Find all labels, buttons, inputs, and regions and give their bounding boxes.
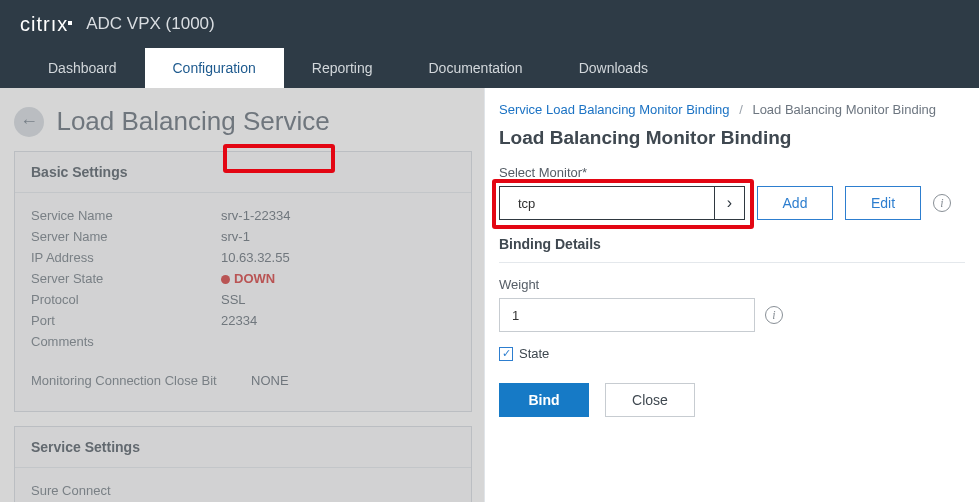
label-mon-close-bit: Monitoring Connection Close Bit bbox=[31, 373, 251, 388]
product-name: ADC VPX (1000) bbox=[86, 14, 215, 34]
value-server-name: srv-1 bbox=[221, 229, 250, 244]
label-ip-address: IP Address bbox=[31, 250, 221, 265]
value-protocol: SSL bbox=[221, 292, 246, 307]
value-port: 22334 bbox=[221, 313, 257, 328]
value-mon-close-bit: NONE bbox=[251, 373, 289, 388]
weight-input[interactable] bbox=[499, 298, 755, 332]
label-server-state: Server State bbox=[31, 271, 221, 286]
main-tabs: Dashboard Configuration Reporting Docume… bbox=[0, 48, 979, 88]
value-service-name: srv-1-22334 bbox=[221, 208, 290, 223]
tab-downloads[interactable]: Downloads bbox=[551, 48, 676, 88]
tab-configuration[interactable]: Configuration bbox=[145, 48, 284, 88]
state-dot-icon bbox=[221, 275, 230, 284]
service-settings-panel: Service Settings Sure Connect bbox=[14, 426, 472, 502]
select-monitor-label: Select Monitor* bbox=[499, 165, 965, 180]
select-monitor-value: tcp bbox=[500, 196, 714, 211]
label-comments: Comments bbox=[31, 334, 221, 349]
bind-button[interactable]: Bind bbox=[499, 383, 589, 417]
basic-settings-panel: Basic Settings Service Namesrv-1-22334 S… bbox=[14, 151, 472, 412]
service-settings-heading: Service Settings bbox=[15, 427, 471, 468]
info-icon[interactable]: i bbox=[933, 194, 951, 212]
label-port: Port bbox=[31, 313, 221, 328]
basic-settings-heading: Basic Settings bbox=[15, 152, 471, 193]
value-server-state: DOWN bbox=[221, 271, 275, 286]
label-protocol: Protocol bbox=[31, 292, 221, 307]
page-title: Load Balancing Service bbox=[56, 106, 329, 137]
back-icon[interactable]: ← bbox=[14, 107, 44, 137]
breadcrumb-sep: / bbox=[739, 102, 743, 117]
chevron-right-icon: › bbox=[714, 187, 744, 219]
edit-button[interactable]: Edit bbox=[845, 186, 921, 220]
side-panel-title: Load Balancing Monitor Binding bbox=[499, 127, 965, 149]
value-ip-address: 10.63.32.55 bbox=[221, 250, 290, 265]
breadcrumb-current: Load Balancing Monitor Binding bbox=[752, 102, 936, 117]
state-label: State bbox=[519, 346, 549, 361]
label-server-name: Server Name bbox=[31, 229, 221, 244]
weight-label: Weight bbox=[499, 277, 965, 292]
tab-dashboard[interactable]: Dashboard bbox=[20, 48, 145, 88]
state-checkbox[interactable]: ✓ bbox=[499, 347, 513, 361]
label-service-name: Service Name bbox=[31, 208, 221, 223]
add-button[interactable]: Add bbox=[757, 186, 833, 220]
info-icon[interactable]: i bbox=[765, 306, 783, 324]
tab-reporting[interactable]: Reporting bbox=[284, 48, 401, 88]
lb-service-page: ← Load Balancing Service Basic Settings … bbox=[0, 88, 484, 502]
breadcrumb-link[interactable]: Service Load Balancing Monitor Binding bbox=[499, 102, 730, 117]
close-button[interactable]: Close bbox=[605, 383, 695, 417]
select-monitor-picker[interactable]: tcp › bbox=[499, 186, 745, 220]
monitor-binding-panel: Service Load Balancing Monitor Binding /… bbox=[484, 88, 979, 502]
breadcrumb: Service Load Balancing Monitor Binding /… bbox=[499, 102, 965, 127]
app-header: citrıx ADC VPX (1000) bbox=[0, 0, 979, 48]
brand-logo: citrıx bbox=[20, 13, 72, 36]
label-sure-connect: Sure Connect bbox=[31, 483, 221, 498]
binding-details-heading: Binding Details bbox=[499, 236, 965, 263]
tab-documentation[interactable]: Documentation bbox=[400, 48, 550, 88]
